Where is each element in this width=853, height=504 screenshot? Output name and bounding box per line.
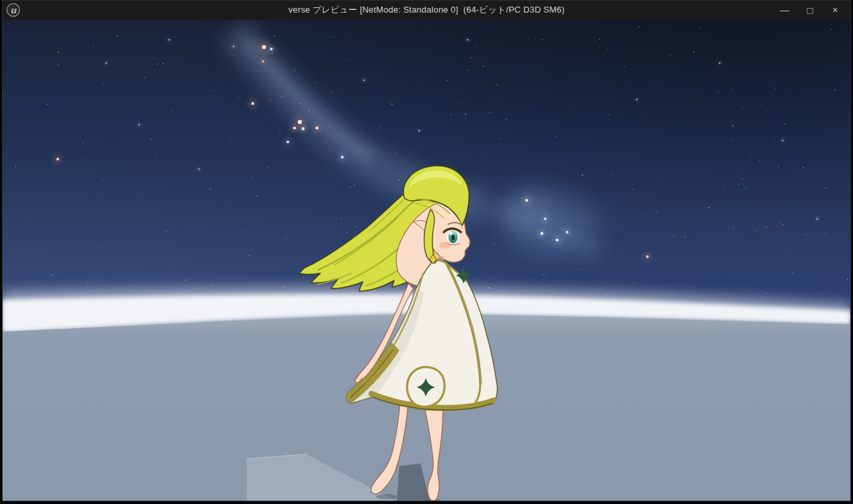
- minimize-button[interactable]: —: [772, 0, 797, 20]
- foot-shadow-left: [376, 494, 397, 499]
- close-button[interactable]: ×: [822, 0, 848, 20]
- eye-highlight: [450, 232, 452, 235]
- eye-pupil: [451, 235, 454, 240]
- blush: [439, 242, 451, 249]
- title-bar[interactable]: u verse プレビュー [NetMode: Standalone 0] (6…: [0, 0, 853, 20]
- maximize-button[interactable]: □: [797, 0, 822, 20]
- window-controls: — □ ×: [772, 0, 848, 20]
- game-viewport[interactable]: [0, 0, 853, 504]
- app-window: u verse プレビュー [NetMode: Standalone 0] (6…: [0, 0, 853, 504]
- window-title: verse プレビュー [NetMode: Standalone 0] (64-…: [0, 0, 853, 20]
